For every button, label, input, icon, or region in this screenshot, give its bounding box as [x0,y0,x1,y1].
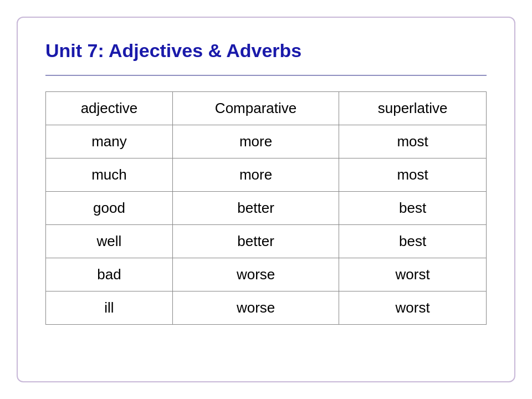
table-cell: best [339,225,487,258]
table-cell: worst [339,258,487,291]
table-cell: bad [46,258,173,291]
adjectives-table: adjective Comparative superlative manymo… [45,91,487,325]
table-row: wellbetterbest [46,225,487,258]
table-cell: better [172,192,339,225]
table-row: manymoremost [46,125,487,158]
table-row: illworseworst [46,291,487,325]
table-cell: well [46,225,173,258]
col-header-adjective: adjective [46,92,173,125]
slide-container: Unit 7: Adjectives & Adverbs adjective C… [17,17,515,382]
table-header-row: adjective Comparative superlative [46,92,487,125]
title-divider [45,75,487,76]
table-row: badworseworst [46,258,487,291]
table-cell: worst [339,291,487,325]
table-row: muchmoremost [46,158,487,192]
table-cell: good [46,192,173,225]
table-cell: most [339,125,487,158]
table-cell: many [46,125,173,158]
table-cell: much [46,158,173,192]
col-header-superlative: superlative [339,92,487,125]
table-cell: worse [172,258,339,291]
table-cell: most [339,158,487,192]
table-cell: worse [172,291,339,325]
col-header-comparative: Comparative [172,92,339,125]
page-title: Unit 7: Adjectives & Adverbs [45,40,487,62]
table-cell: best [339,192,487,225]
table-row: goodbetterbest [46,192,487,225]
table-cell: more [172,158,339,192]
table-cell: better [172,225,339,258]
table-cell: ill [46,291,173,325]
table-cell: more [172,125,339,158]
